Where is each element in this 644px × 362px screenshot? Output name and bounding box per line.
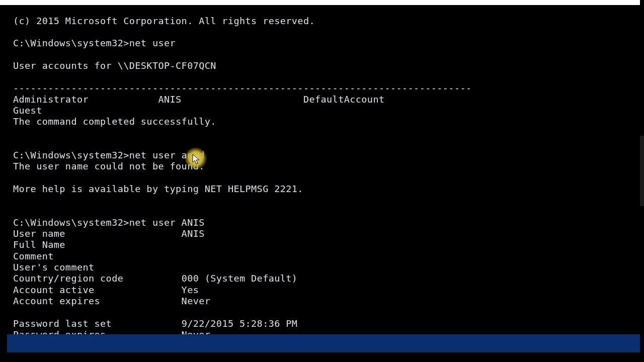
field-pw-set-value: 9/22/2015 5:28:36 PM (182, 318, 298, 329)
prompt: C:\Windows\system32> (13, 217, 129, 228)
field-expires-value: Never (182, 296, 211, 306)
field-user-comment-label: User's comment (13, 262, 95, 273)
user-col-guest: Guest (13, 105, 42, 116)
field-pw-set-label: Password last set (13, 318, 112, 329)
command-success: The command completed successfully. (13, 116, 216, 127)
command-net-user: net user (129, 38, 176, 48)
user-col-administrator: Administrator (13, 94, 89, 105)
field-user-name-value: ANIS (182, 228, 205, 239)
terminal-output[interactable]: (c) 2015 Microsoft Corporation. All righ… (13, 16, 631, 341)
user-col-defaultaccount: DefaultAccount (303, 94, 385, 105)
separator-line: ----------------------------------------… (13, 82, 472, 93)
command-net-user-anid: net user anid (129, 150, 205, 160)
field-country-label: Country/region code (13, 273, 123, 284)
command-net-user-anis: net user ANIS (129, 217, 205, 228)
error-not-found: The user name could not be found. (13, 161, 205, 171)
terminal-viewport[interactable]: (c) 2015 Microsoft Corporation. All righ… (13, 6, 631, 333)
field-active-label: Account active (13, 285, 95, 295)
prompt: C:\Windows\system32> (13, 38, 129, 48)
field-comment-label: Comment (13, 251, 54, 261)
error-help-msg: More help is available by typing NET HEL… (13, 184, 303, 194)
screen: (c) 2015 Microsoft Corporation. All righ… (0, 0, 644, 362)
copyright-line: (c) 2015 Microsoft Corporation. All righ… (13, 16, 315, 26)
scrollbar-thumb[interactable] (640, 136, 644, 206)
field-full-name-label: Full Name (13, 239, 65, 250)
window-border-bottom (7, 334, 640, 352)
field-active-value: Yes (182, 285, 199, 295)
scrollbar-track[interactable] (640, 5, 644, 359)
user-col-anis: ANIS (158, 94, 181, 105)
field-country-value: 000 (System Default) (182, 273, 298, 284)
window-top-strip (0, 0, 640, 5)
field-user-name-label: User name (13, 228, 65, 239)
user-accounts-header: User accounts for \\DESKTOP-CF07QCN (13, 60, 216, 71)
prompt: C:\Windows\system32> (13, 150, 129, 160)
field-expires-label: Account expires (13, 296, 100, 306)
